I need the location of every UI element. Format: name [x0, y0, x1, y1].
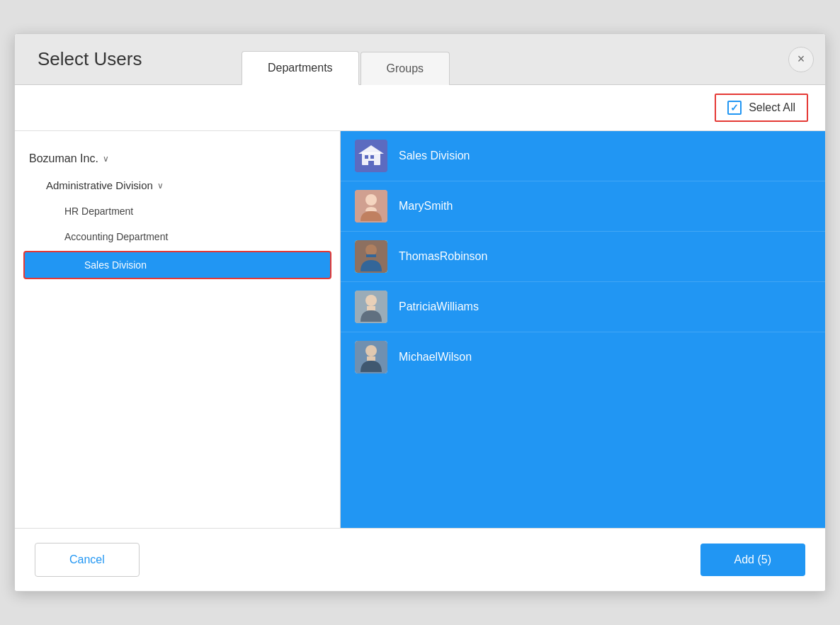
select-all-checkbox[interactable]: ✓: [727, 101, 742, 115]
chevron-down-icon: ∨: [157, 181, 164, 191]
tree-item-accounting-dept[interactable]: Accounting Department: [15, 224, 340, 249]
tree-item-label: HR Department: [64, 205, 133, 217]
select-all-control[interactable]: ✓ Select All: [715, 94, 808, 122]
tree-item-label: Administrative Division: [46, 179, 153, 191]
tree-item-hr-dept[interactable]: HR Department: [15, 198, 340, 224]
svg-rect-10: [366, 254, 376, 257]
item-name: MichaelWilson: [399, 351, 472, 364]
svg-rect-3: [370, 155, 374, 159]
item-name: ThomasRobinson: [399, 250, 487, 263]
tree-item-label: Accounting Department: [64, 231, 168, 242]
tree-item-admin-div[interactable]: Administrative Division ∨: [15, 172, 340, 198]
add-button[interactable]: Add (5): [700, 544, 805, 576]
svg-point-15: [365, 345, 377, 356]
avatar: [355, 291, 387, 323]
list-item[interactable]: Sales Division: [341, 131, 825, 181]
tree-item-bozuman[interactable]: Bozuman Inc. ∨: [15, 145, 340, 172]
tree-item-label: Sales Division: [84, 259, 147, 271]
chevron-down-icon: ∨: [103, 154, 109, 164]
dialog-footer: Cancel Add (5): [15, 528, 825, 591]
close-btn-area: ×: [777, 34, 825, 84]
dialog-header: Select Users Departments Groups ×: [15, 34, 825, 85]
tab-departments[interactable]: Departments: [242, 51, 359, 85]
title-area: Select Users: [15, 34, 242, 84]
list-item[interactable]: PatriciaWilliams: [341, 282, 825, 332]
select-all-bar: ✓ Select All: [15, 85, 825, 131]
list-item[interactable]: MarySmith: [341, 181, 825, 232]
dialog-title: Select Users: [38, 48, 142, 70]
tree-item-label: Bozuman Inc.: [29, 152, 98, 165]
item-name: Sales Division: [399, 150, 470, 162]
main-content: Bozuman Inc. ∨ Administrative Division ∨…: [15, 131, 825, 528]
svg-point-9: [365, 244, 377, 256]
tab-groups[interactable]: Groups: [361, 52, 450, 85]
list-item[interactable]: MichaelWilson: [341, 332, 825, 382]
list-panel: Sales Division MarySmith: [341, 131, 825, 528]
svg-point-12: [365, 295, 377, 306]
avatar: [355, 240, 387, 273]
select-users-dialog: Select Users Departments Groups × ✓ Sele…: [14, 33, 826, 592]
select-all-label: Select All: [749, 101, 795, 114]
avatar: [355, 341, 387, 373]
svg-rect-16: [367, 356, 375, 361]
svg-rect-2: [365, 155, 368, 159]
svg-rect-13: [367, 306, 375, 310]
svg-rect-4: [368, 161, 374, 165]
checkbox-checkmark: ✓: [730, 102, 739, 113]
item-name: PatriciaWilliams: [399, 300, 479, 313]
tabs-area: Departments Groups: [242, 34, 777, 84]
avatar: [355, 140, 387, 172]
list-item[interactable]: ThomasRobinson: [341, 232, 825, 282]
cancel-button[interactable]: Cancel: [35, 543, 140, 577]
tree-item-sales-div[interactable]: Sales Division: [23, 251, 331, 279]
avatar: [355, 190, 387, 223]
svg-point-7: [365, 194, 377, 205]
tree-panel: Bozuman Inc. ∨ Administrative Division ∨…: [15, 131, 341, 528]
close-button[interactable]: ×: [788, 47, 814, 72]
item-name: MarySmith: [399, 200, 453, 213]
